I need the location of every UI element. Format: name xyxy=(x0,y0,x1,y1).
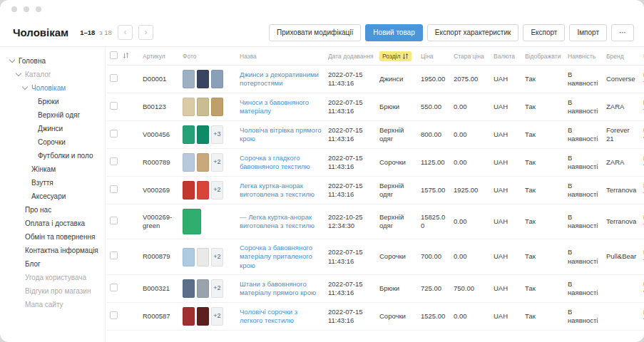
column-header-photo[interactable]: Фото xyxy=(180,47,237,66)
row-checkbox[interactable] xyxy=(110,311,118,319)
row-checkbox[interactable] xyxy=(110,252,118,259)
photo-cell xyxy=(180,93,237,121)
export-attributes-button[interactable]: Експорт характеристик xyxy=(427,24,519,41)
column-header-name[interactable]: Назва xyxy=(237,47,325,66)
date-added: 2022-07-15 xyxy=(328,98,374,107)
product-name-link[interactable]: Чоловічі сорочки з легкого текстилю xyxy=(240,308,297,324)
availability-cell: В наявності xyxy=(565,303,603,331)
product-name-link[interactable]: Сорочка з бавовняного матеріалу притален… xyxy=(240,244,312,269)
more-photos-badge[interactable]: +2 xyxy=(211,248,223,266)
column-header-price[interactable]: Ціна xyxy=(418,47,451,66)
window-maximize-button[interactable] xyxy=(36,6,41,12)
sidebar-item-pro-nas[interactable]: Про нас xyxy=(10,203,105,217)
window-close-button[interactable] xyxy=(11,6,17,12)
row-checkbox[interactable] xyxy=(110,185,118,193)
pagination-total: з 18 xyxy=(99,28,112,36)
sidebar-item-zhinkam[interactable]: Жінкам xyxy=(10,162,105,176)
sidebar-item-kataloh[interactable]: Каталог xyxy=(10,68,105,81)
more-button[interactable]: ⋯ xyxy=(611,24,634,41)
sku-cell: V000456 xyxy=(140,121,180,149)
currency-cell: UAH xyxy=(491,303,522,331)
sidebar-item-oplata-i-dostavka[interactable]: Оплата і доставка xyxy=(10,217,105,230)
sidebar-item-futbolky-i-polo[interactable]: Футболки и поло xyxy=(10,149,105,162)
pagination-range: 1–18 xyxy=(80,28,95,36)
sidebar-item-cholovikam[interactable]: Чоловікам xyxy=(10,81,105,95)
sort-rows-icon[interactable] xyxy=(123,52,129,59)
currency-cell: UAH xyxy=(491,177,522,204)
product-name-link[interactable]: Джинси з декоративними потертостями xyxy=(240,71,319,87)
pagination-next-button[interactable]: › xyxy=(138,25,153,40)
column-header-availability[interactable]: Наявність xyxy=(565,47,603,66)
date-cell: 2022-07-1511:43:16 xyxy=(325,149,377,177)
sidebar-item-holovna[interactable]: Головна xyxy=(10,54,105,68)
column-header-sku[interactable]: Артикул xyxy=(140,47,180,66)
availability-cell: В наявності xyxy=(565,149,603,177)
row-checkbox[interactable] xyxy=(110,157,118,165)
product-name-link[interactable]: Штани з бавовняного матеріалу прямого кр… xyxy=(240,280,316,296)
sidebar-item-bloh[interactable]: Блог xyxy=(10,257,105,271)
sidebar-item-sorochky[interactable]: Сорочки xyxy=(10,135,105,149)
template-cell: КАТАЛОГ: Товар xyxy=(640,66,644,93)
sidebar-item-vidhuky-pro-mahazyn[interactable]: Відгуки про магазин xyxy=(10,284,105,298)
currency-cell: UAH xyxy=(491,149,522,177)
sidebar-item-label: Верхній одяг xyxy=(38,111,80,119)
photo-thumbs xyxy=(183,70,234,88)
new-product-button[interactable]: Новий товар xyxy=(365,24,422,41)
window-minimize-button[interactable] xyxy=(24,6,29,12)
select-all-checkbox[interactable] xyxy=(110,51,118,59)
row-checkbox[interactable] xyxy=(110,130,118,138)
table-row: R000789 +2 Сорочка з гладкого бавовняног… xyxy=(107,149,644,177)
column-header-template[interactable]: Шаблон xyxy=(640,47,644,66)
product-photo xyxy=(197,98,209,116)
column-header-display[interactable]: Відображати xyxy=(522,47,565,66)
product-name-link[interactable]: — Легка куртка-анорак виготовлена з текс… xyxy=(240,213,315,229)
date-cell: 2022-07-1511:43:16 xyxy=(325,66,377,93)
sidebar-item-kontaktna-informatsiia[interactable]: Контактна інформація xyxy=(10,244,105,257)
sidebar-item-uhoda-korystuvacha[interactable]: Угода користувача xyxy=(10,271,105,284)
column-header-date[interactable]: Дата додавання xyxy=(325,47,377,66)
old-price-cell: 0.00 xyxy=(451,121,491,149)
sidebar-item-mapa-saitu[interactable]: Мапа сайту xyxy=(10,298,105,311)
display-cell: Так xyxy=(522,303,565,331)
sidebar-item-dzhynsy[interactable]: Джинси xyxy=(10,122,105,135)
sort-icon xyxy=(402,53,409,60)
page-title: Чоловікам xyxy=(13,26,68,38)
column-header-section[interactable]: Розділ xyxy=(377,47,418,66)
export-button[interactable]: Експорт xyxy=(523,24,565,41)
sidebar-item-label: Обмін та повернення xyxy=(25,233,95,241)
product-name-link[interactable]: Легка куртка-анорак виготовлена з тексти… xyxy=(240,182,315,198)
sidebar-item-bryuky[interactable]: Брюки xyxy=(10,95,105,108)
date-cell: 2022-07-1511:43:16 xyxy=(325,177,377,204)
column-header-brand[interactable]: Бренд xyxy=(603,47,640,66)
sku-cell: R000587 xyxy=(140,303,180,331)
more-photos-badge[interactable]: +2 xyxy=(211,307,223,326)
brand-cell: Converse xyxy=(603,66,640,93)
sidebar-item-aksesuary[interactable]: Аксесуари xyxy=(10,190,105,203)
more-photos-badge[interactable]: +2 xyxy=(211,153,223,172)
more-photos-badge[interactable]: +3 xyxy=(211,125,223,144)
product-name-link[interactable]: Чоловіча вітрівка прямого крою xyxy=(240,126,321,142)
product-photo xyxy=(197,248,209,266)
hide-modifications-button[interactable]: Приховати модифікації xyxy=(269,24,361,41)
sidebar-item-vzuttia[interactable]: Взуття xyxy=(10,176,105,190)
products-table: АртикулФотоНазваДата додаванняРозділЦіна… xyxy=(107,47,644,331)
row-checkbox[interactable] xyxy=(110,74,118,82)
column-header-old_price[interactable]: Стара ціна xyxy=(451,47,491,66)
time-added: 11:43:16 xyxy=(328,162,374,171)
more-photos-badge[interactable]: +2 xyxy=(211,279,223,298)
availability-cell: В наявності xyxy=(565,204,603,239)
table-row: V000269-green — Легка куртка-анорак виго… xyxy=(107,204,644,239)
product-name-link[interactable]: Сорочка з гладкого бавовняного текстилю xyxy=(240,154,310,170)
import-button[interactable]: Імпорт xyxy=(569,24,607,41)
sidebar-item-obmin-ta-povernennia[interactable]: Обмін та повернення xyxy=(10,230,105,244)
currency-cell: UAH xyxy=(491,239,522,275)
column-header-currency[interactable]: Валюта xyxy=(491,47,522,66)
product-name-link[interactable]: Чиноси з бавовняного матеріалу xyxy=(240,98,309,115)
row-checkbox[interactable] xyxy=(110,102,118,110)
more-photos-badge[interactable]: +2 xyxy=(211,181,223,200)
product-photo xyxy=(197,153,209,172)
row-checkbox[interactable] xyxy=(110,284,118,291)
row-checkbox[interactable] xyxy=(110,217,118,224)
pagination-prev-button[interactable]: ‹ xyxy=(118,25,133,40)
sidebar-item-verkhnii-odiah[interactable]: Верхній одяг xyxy=(10,108,105,122)
